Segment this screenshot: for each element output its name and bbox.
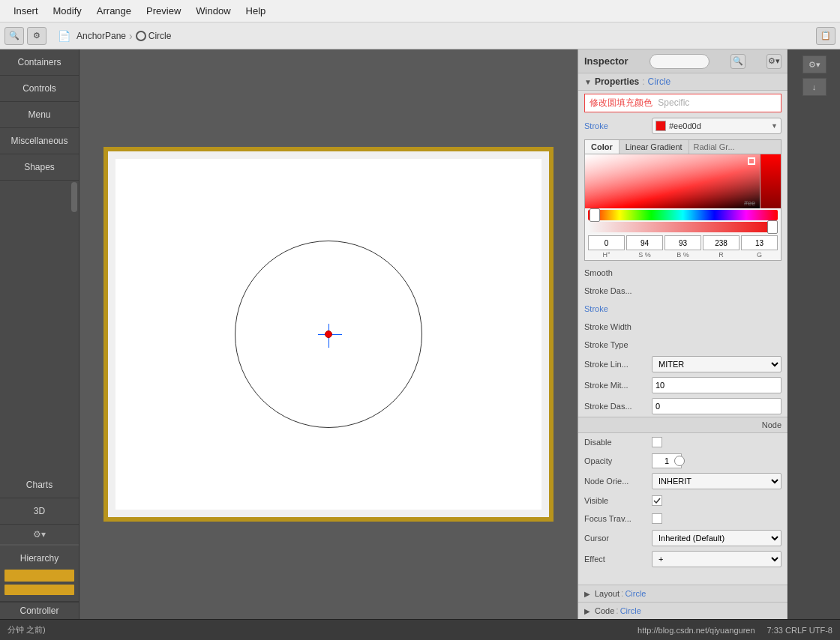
- sidebar-section-3d: 3D: [0, 498, 79, 525]
- sidebar-scrollbar[interactable]: [71, 182, 77, 212]
- hsba-g-label: G: [757, 251, 762, 259]
- menu-insert[interactable]: Insert: [6, 2, 46, 19]
- inspector-search-input[interactable]: [650, 54, 710, 69]
- color-picker: Color Linear Gradient Radial Gr... #ee: [584, 139, 782, 261]
- sidebar-item-controller[interactable]: Controller: [0, 603, 79, 619]
- status-right: http://blog.csdn.net/qiyuanguren 7:33 CR…: [638, 626, 832, 635]
- rainbow-handle[interactable]: [590, 208, 600, 222]
- smooth-label: Smooth: [584, 268, 652, 277]
- color-gradient-main[interactable]: [585, 154, 760, 208]
- hierarchy-bar-2: [4, 585, 74, 595]
- cursor-value: Inherited (Default): [652, 530, 782, 546]
- node-orient-select[interactable]: INHERIT: [652, 473, 782, 489]
- node-section-header: Node: [578, 417, 788, 433]
- disable-checkbox[interactable]: [652, 437, 662, 447]
- circle-shape-icon: [136, 31, 146, 41]
- focus-trav-label: Focus Trav...: [584, 514, 652, 523]
- menubar: Insert Modify Arrange Preview Window Hel…: [0, 0, 840, 22]
- sidebar-section-misc: Miscellaneous: [0, 128, 79, 154]
- hsba-s-label: S %: [638, 251, 651, 259]
- stroke-das2-row: Stroke Das...: [578, 396, 788, 417]
- sidebar-section-shapes: Shapes: [0, 154, 79, 181]
- stroke-mit-value: [652, 377, 782, 393]
- hsba-b-input[interactable]: 93: [664, 235, 701, 250]
- fill-dropdown[interactable]: #ee0d0d ▼: [652, 118, 782, 134]
- visible-checkbox[interactable]: [652, 495, 662, 506]
- sidebar-item-hierarchy[interactable]: Hierarchy: [0, 550, 79, 567]
- stroke-mit-input[interactable]: [652, 377, 782, 393]
- canvas-area[interactable]: [80, 49, 578, 619]
- hsba-g-field: 13 G: [741, 235, 778, 259]
- gradient-handle[interactable]: [748, 157, 755, 165]
- inspector-settings-btn[interactable]: ⚙▾: [766, 54, 782, 69]
- tab-radial-gradient[interactable]: Radial Gr...: [689, 140, 740, 154]
- effect-label: Effect: [584, 555, 652, 564]
- menu-help[interactable]: Help: [238, 2, 274, 19]
- search-button[interactable]: 🔍: [4, 27, 24, 45]
- sidebar-item-menu[interactable]: Menu: [0, 106, 79, 123]
- right-btn-1[interactable]: ⚙▾: [802, 55, 826, 73]
- breadcrumb-circle-item[interactable]: Circle: [136, 31, 172, 41]
- stroke-das2-label: Stroke Das...: [584, 402, 652, 411]
- hsba-g-input[interactable]: 13: [741, 235, 778, 250]
- cursor-select[interactable]: Inherited (Default): [652, 530, 782, 546]
- sidebar-item-shapes[interactable]: Shapes: [0, 159, 79, 175]
- alpha-handle[interactable]: [767, 220, 778, 234]
- code-name: Circle: [620, 606, 641, 615]
- layout-footer[interactable]: ▶ Layout : Circle: [578, 585, 788, 602]
- sidebar-item-3d[interactable]: 3D: [0, 503, 79, 519]
- disable-row: Disable: [578, 433, 788, 451]
- toolbar-doc-btn[interactable]: 📋: [816, 27, 836, 45]
- smooth-row: Smooth: [578, 264, 788, 282]
- node-orient-row: Node Orie... INHERIT: [578, 471, 788, 492]
- gradient-overlay: [585, 154, 760, 208]
- focus-trav-checkbox[interactable]: [652, 513, 662, 524]
- fill-row: Stroke #ee0d0d ▼: [578, 115, 788, 136]
- sidebar-item-containers[interactable]: Containers: [0, 54, 79, 70]
- menu-modify[interactable]: Modify: [46, 2, 89, 19]
- sidebar-item-miscellaneous[interactable]: Miscellaneous: [0, 133, 79, 149]
- stroke-das2-input[interactable]: [652, 398, 782, 414]
- color-tabs: Color Linear Gradient Radial Gr...: [585, 140, 781, 154]
- canvas-inner: [108, 151, 549, 517]
- effect-select[interactable]: +: [652, 551, 782, 567]
- menu-preview[interactable]: Preview: [139, 2, 188, 19]
- tab-linear-gradient[interactable]: Linear Gradient: [620, 140, 689, 154]
- rainbow-slider[interactable]: [588, 210, 778, 220]
- sidebar-item-charts[interactable]: Charts: [0, 477, 79, 493]
- sidebar-gear-btn[interactable]: ⚙▾: [0, 525, 79, 544]
- canvas-frame: [104, 147, 554, 522]
- breadcrumb-anchor[interactable]: AnchorPane: [76, 31, 126, 41]
- stroke-width-label: Stroke Width: [584, 322, 652, 331]
- layout-colon: :: [621, 588, 623, 599]
- settings-button[interactable]: ⚙: [27, 27, 46, 45]
- inspector-header: Inspector 🔍 ⚙▾: [578, 49, 788, 73]
- right-btn-2[interactable]: ↓: [802, 78, 826, 96]
- breadcrumb-circle[interactable]: Circle: [148, 31, 172, 41]
- alpha-slider[interactable]: [588, 222, 778, 232]
- sidebar-item-controls[interactable]: Controls: [0, 80, 79, 97]
- inspector-search-btn[interactable]: 🔍: [730, 54, 746, 69]
- code-footer[interactable]: ▶ Code : Circle: [578, 602, 788, 619]
- hsba-s-input[interactable]: 94: [626, 235, 663, 250]
- toolbar: 🔍 ⚙ 📄 AnchorPane › Circle 📋: [0, 22, 840, 49]
- inspector-title: Inspector: [584, 55, 628, 67]
- hierarchy-bar-1: [4, 570, 74, 582]
- stroke-mit-label: Stroke Mit...: [584, 381, 652, 390]
- node-orient-label: Node Orie...: [584, 477, 652, 486]
- stroke-lin1-select[interactable]: MITER: [652, 356, 782, 372]
- fill-value: #ee0d0d ▼: [652, 118, 782, 134]
- hsba-h-input[interactable]: 0: [588, 235, 625, 250]
- visible-label: Visible: [584, 496, 652, 505]
- hsba-r-field: 238 R: [703, 235, 740, 259]
- visible-row: Visible: [578, 492, 788, 510]
- center-dot: [325, 330, 332, 338]
- opacity-label: Opacity: [584, 456, 652, 465]
- opacity-handle[interactable]: [674, 456, 685, 466]
- status-line: 7:33 CRLF UTF-8: [767, 626, 832, 635]
- tab-color[interactable]: Color: [585, 140, 620, 154]
- hsba-r-input[interactable]: 238: [703, 235, 740, 250]
- hsba-s-field: 94 S %: [626, 235, 663, 259]
- menu-arrange[interactable]: Arrange: [89, 2, 139, 19]
- menu-window[interactable]: Window: [188, 2, 238, 19]
